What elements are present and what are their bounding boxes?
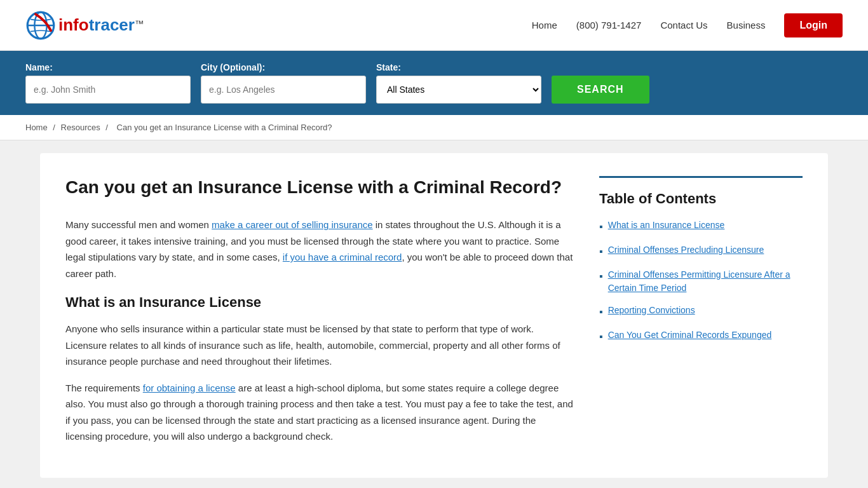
logo: infotracer™ bbox=[25, 10, 144, 41]
toc-sidebar: Table of Contents What is an Insurance L… bbox=[599, 176, 803, 455]
search-button[interactable]: SEARCH bbox=[552, 76, 649, 104]
main-wrapper: Can you get an Insurance License with a … bbox=[27, 153, 841, 478]
breadcrumb: Home / Resources / Can you get an Insura… bbox=[0, 115, 868, 140]
section1-heading: What is an Insurance License bbox=[65, 294, 574, 311]
site-header: infotracer™ Home (800) 791-1427 Contact … bbox=[0, 0, 868, 51]
state-field-group: State: All States Alabama Alaska Arizona… bbox=[376, 62, 541, 104]
nav-home[interactable]: Home bbox=[532, 20, 557, 30]
toc-item-2: Criminal Offenses Precluding Licensure bbox=[599, 243, 803, 259]
toc-link-1[interactable]: What is an Insurance License bbox=[608, 219, 725, 232]
intro-text1: Many successful men and women bbox=[65, 219, 212, 230]
main-nav: Home (800) 791-1427 Contact Us Business … bbox=[532, 13, 843, 37]
toc-container: Table of Contents What is an Insurance L… bbox=[599, 176, 803, 344]
breadcrumb-current: Can you get an Insurance License with a … bbox=[117, 123, 332, 132]
toc-item-3: Criminal Offenses Permitting Licensure A… bbox=[599, 268, 803, 295]
city-field-group: City (Optional): bbox=[201, 62, 366, 104]
nav-business[interactable]: Business bbox=[727, 20, 766, 30]
article-intro-paragraph: Many successful men and women make a car… bbox=[65, 217, 574, 281]
toc-link-3[interactable]: Criminal Offenses Permitting Licensure A… bbox=[608, 268, 803, 295]
toc-link-2[interactable]: Criminal Offenses Precluding Licensure bbox=[608, 243, 764, 257]
toc-list: What is an Insurance License Criminal Of… bbox=[599, 219, 803, 344]
nav-contact[interactable]: Contact Us bbox=[660, 20, 707, 30]
city-input[interactable] bbox=[201, 76, 366, 104]
logo-tracer: tracer bbox=[89, 15, 135, 34]
section1-para1: Anyone who sells insurance within a part… bbox=[65, 321, 574, 370]
logo-tm: ™ bbox=[135, 18, 144, 29]
breadcrumb-resources[interactable]: Resources bbox=[61, 123, 100, 132]
intro-link1[interactable]: make a career out of selling insurance bbox=[212, 219, 372, 230]
toc-link-5[interactable]: Can You Get Criminal Records Expunged bbox=[608, 329, 772, 342]
toc-title: Table of Contents bbox=[599, 191, 803, 207]
state-select[interactable]: All States Alabama Alaska Arizona Califo… bbox=[376, 76, 541, 104]
breadcrumb-sep1: / bbox=[53, 123, 57, 132]
logo-info: info bbox=[58, 15, 89, 34]
section1-para2: The requirements for obtaining a license… bbox=[65, 380, 574, 445]
breadcrumb-sep2: / bbox=[105, 123, 110, 132]
intro-link2[interactable]: if you have a criminal record bbox=[283, 252, 402, 262]
article-body: Can you get an Insurance License with a … bbox=[65, 176, 574, 455]
content-card: Can you get an Insurance License with a … bbox=[40, 153, 828, 478]
toc-item-4: Reporting Convictions bbox=[599, 304, 803, 320]
toc-link-4[interactable]: Reporting Convictions bbox=[608, 304, 695, 317]
toc-item-1: What is an Insurance License bbox=[599, 219, 803, 234]
city-label: City (Optional): bbox=[201, 62, 366, 72]
nav-phone[interactable]: (800) 791-1427 bbox=[576, 20, 642, 30]
login-button[interactable]: Login bbox=[784, 13, 843, 37]
article-title: Can you get an Insurance License with a … bbox=[65, 176, 574, 199]
search-bar: Name: City (Optional): State: All States… bbox=[0, 51, 868, 115]
para2-link[interactable]: for obtaining a license bbox=[143, 383, 236, 393]
breadcrumb-home[interactable]: Home bbox=[25, 123, 48, 132]
name-label: Name: bbox=[25, 62, 191, 72]
para2-text1: The requirements bbox=[65, 383, 143, 393]
state-label: State: bbox=[376, 62, 541, 72]
toc-item-5: Can You Get Criminal Records Expunged bbox=[599, 329, 803, 344]
name-input[interactable] bbox=[25, 76, 191, 104]
name-field-group: Name: bbox=[25, 62, 191, 104]
